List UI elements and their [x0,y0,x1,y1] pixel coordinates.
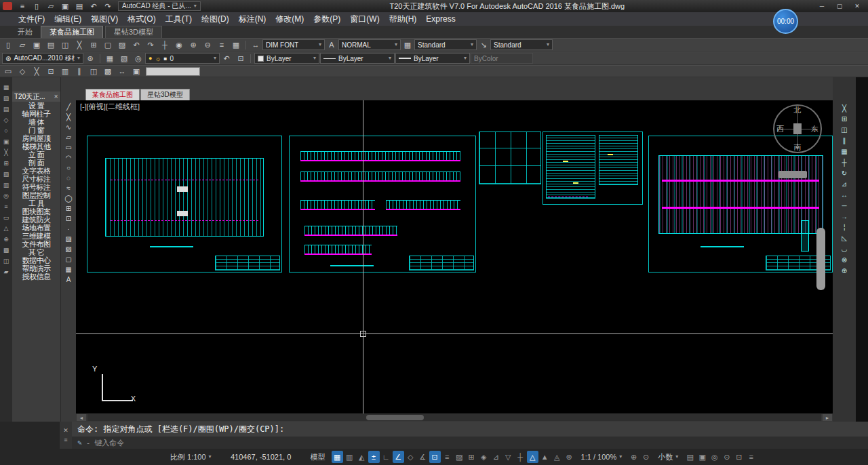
arc-icon[interactable]: ◠ [62,153,75,162]
rotate-icon[interactable]: ↻ [837,168,851,178]
workspace-settings-icon[interactable]: ⊛ [84,53,96,64]
t20-menu-item[interactable]: 授权信息 [12,272,60,281]
gradient-icon[interactable]: ▧ [62,244,75,254]
menu-item[interactable]: Express [421,13,460,25]
plot-preview-icon[interactable]: ◫ [59,39,71,50]
color-select[interactable]: ByLayer ▾ [254,53,319,64]
horizontal-scrollbar[interactable]: ◄ ► [76,413,833,422]
undo-icon[interactable]: ↶ [130,39,142,50]
scroll-track[interactable] [87,414,821,421]
drawing-tab[interactable]: 某食品施工图 [85,89,140,100]
dim-style-select[interactable]: DIM FONT ▾ [262,39,325,50]
table-style-icon[interactable]: ▦ [401,39,414,50]
hardware-acceleration-icon[interactable]: ⊙ [640,451,652,463]
join-icon[interactable]: ⊕ [837,266,851,275]
menu-item[interactable]: 编辑(E) [50,12,86,26]
t20-menu-item[interactable]: 建筑防火 [12,216,60,224]
tool-icon[interactable]: ▩ [102,66,114,77]
array-icon[interactable]: ▦ [837,146,851,156]
transparency-icon[interactable]: ▨ [454,451,465,463]
mleader-style-icon[interactable]: ↘ [477,39,490,50]
t20-panel-header[interactable]: T20天正... ✕ [12,92,60,102]
t20-menu-item[interactable]: 楼梯其他 [12,142,60,150]
dock-icon[interactable]: ▩ [1,245,11,254]
object-snap-tracking-icon[interactable]: ∡ [417,451,429,463]
redo-icon[interactable]: ↷ [144,39,157,50]
construction-line-icon[interactable]: ╳ [62,112,75,121]
gizmo-icon[interactable]: ┼ [515,451,526,463]
dock-icon[interactable]: ▨ [1,169,11,178]
lineweight-display-icon[interactable]: ≡ [441,451,453,463]
redo-icon[interactable]: ↷ [102,1,114,12]
t20-menu-item[interactable]: 其 它 [12,248,60,256]
move-icon[interactable]: ┼ [837,157,851,167]
units-control[interactable]: 小数 ▾ [654,451,682,464]
layer-isolate-icon[interactable]: ◎ [132,53,144,64]
view-compass[interactable]: 北 南 西 东 [773,104,822,153]
app-icon[interactable] [3,2,12,10]
scale-control[interactable]: 比例 1:100 ▾ [166,451,216,464]
start-tab[interactable]: 开始 [11,26,39,38]
text-style-select[interactable]: NORMAL ▾ [338,39,401,50]
open-icon[interactable]: ▱ [45,1,57,12]
snap-mode-icon[interactable]: ▥ [344,451,355,463]
t20-menu-item[interactable]: 场地布置 [12,224,60,232]
chamfer-icon[interactable]: ◺ [837,233,851,243]
grid-display-icon[interactable]: ▦ [332,451,343,463]
copy-icon[interactable]: ⊞ [87,39,100,50]
scale-icon[interactable]: ⊿ [837,179,851,188]
lineweight-select[interactable]: ByLayer ▾ [395,53,470,64]
polygon-icon[interactable]: ▱ [62,132,75,142]
scroll-thumb[interactable] [366,415,424,420]
menu-item[interactable]: 标注(N) [234,12,271,26]
customization-menu-icon[interactable]: ≡ [745,451,757,463]
dock-icon[interactable]: ≡ [1,202,11,211]
file-tab[interactable]: 某食品施工图 [41,26,103,38]
floating-scroll-thumb[interactable] [816,228,825,290]
qnew-icon[interactable]: ▯ [31,1,43,12]
infer-constraints-icon[interactable]: ◭ [356,451,368,463]
qnew-icon[interactable]: ▯ [2,39,14,50]
workspace-dropdown[interactable]: AutoCAD 经典 - 已从... ▾ [118,1,201,11]
layer-properties-icon[interactable]: ▦ [104,53,116,64]
properties-icon[interactable]: ≡ [216,39,228,50]
workspace-select[interactable]: ⊛ AutoCAD...2010 移植 ▾ [2,53,83,64]
tool-icon[interactable]: ◫ [87,66,100,77]
polar-tracking-icon[interactable]: ∠ [393,451,404,463]
close-button[interactable]: ✕ [849,1,865,12]
t20-menu-item[interactable]: 文字表格 [12,167,60,175]
erase-icon[interactable]: ╳ [837,103,851,113]
mirror-icon[interactable]: ◫ [837,125,851,134]
file-tab[interactable]: 星钻3D模型 [105,26,162,38]
maximize-button[interactable]: ▢ [831,1,848,12]
selection-cycling-icon[interactable]: ⊞ [466,451,477,463]
annotation-scale-sync-icon[interactable]: ⊕ [628,451,639,463]
dynamic-ucs-icon[interactable]: ⊿ [490,451,502,463]
region-icon[interactable]: ▢ [62,254,75,264]
tool-icon[interactable]: ⊡ [45,66,57,77]
menu-item[interactable]: 窗口(W) [345,12,384,26]
nav-slider[interactable] [778,171,807,178]
rectangle-icon[interactable]: ▭ [62,142,75,152]
isometric-drafting-icon[interactable]: ◇ [405,451,416,463]
copy-icon[interactable]: ⊞ [837,114,851,123]
t20-menu-item[interactable]: 符号标注 [12,183,60,191]
table-icon[interactable]: ▦ [62,264,75,274]
t20-menu-item[interactable]: 三维建模 [12,232,60,240]
circle-icon[interactable]: ○ [62,163,75,172]
zoom-window-icon[interactable]: ⊕ [187,39,199,50]
layer-states-icon[interactable]: ▧ [118,53,130,64]
tool-icon[interactable]: ╳ [31,66,43,77]
dock-icon[interactable]: ▥ [1,180,11,189]
make-block-icon[interactable]: ⊡ [62,214,75,223]
dock-icon[interactable]: ▦ [1,83,11,92]
insert-block-icon[interactable]: ⊞ [62,203,75,213]
dock-icon[interactable]: ╳ [1,148,11,157]
graphics-performance-icon[interactable]: ⊙ [721,451,732,463]
annotation-visibility-icon[interactable]: △ [527,451,538,463]
t20-menu-item[interactable]: 尺寸标注 [12,175,60,183]
minimize-button[interactable]: ─ [814,1,830,12]
model-space-canvas[interactable]: [-][俯视][二维线框] [76,100,833,413]
toolbar-input[interactable] [146,67,200,76]
t20-menu-item[interactable]: 帮助演示 [12,264,60,272]
